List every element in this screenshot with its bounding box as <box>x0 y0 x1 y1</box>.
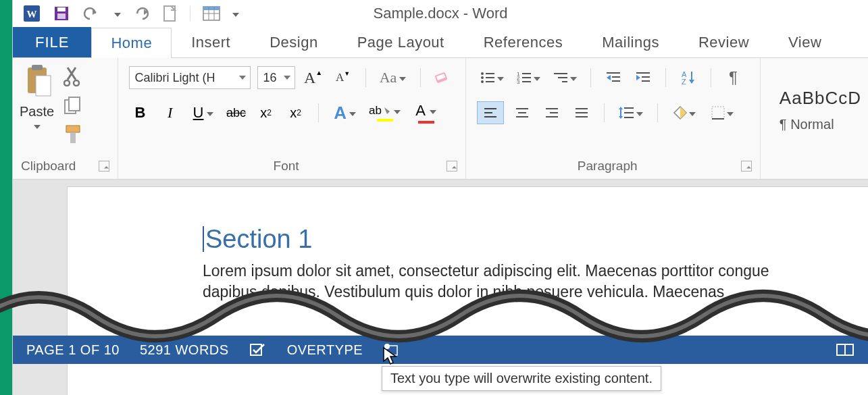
format-painter-icon[interactable] <box>63 124 82 147</box>
grow-font-icon[interactable]: A▲ <box>302 66 325 89</box>
mouse-cursor-icon <box>382 346 397 365</box>
font-name-value: Calibri Light (H <box>135 71 215 85</box>
superscript-button[interactable]: x2 <box>284 101 307 124</box>
undo-dropdown-icon[interactable] <box>114 13 121 17</box>
bullets-icon[interactable] <box>477 66 507 89</box>
svg-rect-21 <box>70 132 76 143</box>
tab-mailings[interactable]: Mailings <box>582 27 679 57</box>
qat-separator <box>190 6 190 21</box>
body-line-2: dapibus dapibus. Vestibulum quis dolor i… <box>203 282 868 302</box>
svg-rect-7 <box>203 7 220 10</box>
table-qat-icon[interactable] <box>203 6 220 21</box>
ribbon: Paste Clipboard Calibri Light (H <box>13 58 868 180</box>
strikethrough-button[interactable]: abc <box>225 101 248 124</box>
ribbon-tabs: FILE Home Insert Design Page Layout Refe… <box>13 27 868 58</box>
svg-rect-3 <box>57 7 66 11</box>
status-word-count[interactable]: 5291 WORDS <box>140 342 229 358</box>
font-color-icon[interactable]: A <box>409 101 443 124</box>
text-effects-icon[interactable]: A <box>330 101 361 124</box>
increase-indent-icon[interactable] <box>632 66 655 89</box>
svg-point-16 <box>64 80 70 86</box>
underline-button[interactable]: U <box>188 101 218 124</box>
table-qat-dropdown-icon[interactable] <box>232 13 239 17</box>
quick-access-toolbar: W Sample.docx - Word <box>13 0 868 27</box>
subscript-button[interactable]: x2 <box>255 101 278 124</box>
word-app-icon: W <box>22 4 41 23</box>
font-name-combo[interactable]: Calibri Light (H <box>129 66 251 89</box>
group-label-font: Font <box>274 159 299 174</box>
svg-rect-64 <box>712 107 724 119</box>
svg-rect-12 <box>32 65 43 70</box>
tab-view[interactable]: View <box>769 27 841 57</box>
group-styles: AaBbCcD ¶ Normal <box>761 58 868 179</box>
align-right-icon[interactable] <box>540 101 563 124</box>
shading-icon[interactable] <box>669 101 700 124</box>
tab-file[interactable]: FILE <box>13 27 91 57</box>
paste-button[interactable]: Paste <box>20 104 54 120</box>
tab-insert[interactable]: Insert <box>172 27 250 57</box>
svg-text:3: 3 <box>517 79 520 84</box>
group-label-clipboard: Clipboard <box>21 159 76 174</box>
svg-point-17 <box>74 80 79 86</box>
overtype-tooltip: Text you type will overwrite existing co… <box>382 366 661 391</box>
tab-review[interactable]: Review <box>679 27 769 57</box>
align-left-icon[interactable] <box>477 101 504 124</box>
font-launcher-icon[interactable] <box>446 161 457 172</box>
paragraph-launcher-icon[interactable] <box>741 161 752 172</box>
heading-text: Section 1 <box>203 225 868 254</box>
change-case-icon[interactable]: Aa <box>377 66 409 89</box>
cut-icon[interactable] <box>63 66 82 89</box>
italic-button[interactable]: I <box>159 101 182 124</box>
svg-text:W: W <box>27 9 37 20</box>
line-spacing-icon[interactable] <box>615 101 646 124</box>
bold-button[interactable]: B <box>129 101 152 124</box>
spellcheck-icon[interactable] <box>249 342 267 357</box>
justify-icon[interactable] <box>570 101 593 124</box>
show-marks-icon[interactable]: ¶ <box>722 66 745 89</box>
svg-rect-20 <box>66 126 80 132</box>
borders-icon[interactable] <box>707 101 738 124</box>
word-window: W Sample.docx - Word FILE Home <box>12 0 868 395</box>
align-center-icon[interactable] <box>511 101 534 124</box>
reading-view-icon[interactable] <box>836 342 854 357</box>
svg-rect-13 <box>36 76 51 96</box>
multilevel-list-icon[interactable] <box>550 66 580 89</box>
style-name[interactable]: ¶ Normal <box>780 117 834 132</box>
font-size-value: 16 <box>263 71 277 85</box>
svg-point-26 <box>481 76 484 79</box>
group-paragraph: 123 AZ ¶ <box>466 58 761 179</box>
tab-home[interactable]: Home <box>91 28 172 58</box>
highlight-color-icon[interactable]: ab <box>367 101 403 124</box>
clipboard-launcher-icon[interactable] <box>99 161 109 172</box>
svg-text:Z: Z <box>682 78 686 85</box>
svg-point-24 <box>481 72 484 75</box>
style-sample[interactable]: AaBbCcD <box>780 88 861 109</box>
svg-rect-4 <box>57 14 66 19</box>
status-overtype[interactable]: OVERTYPE <box>287 342 363 358</box>
body-line-1: Lorem ipsum dolor sit amet, consectetur … <box>203 261 868 282</box>
group-font: Calibri Light (H 16 A▲ A▼ Aa B <box>118 58 466 179</box>
tab-references[interactable]: References <box>464 27 583 57</box>
font-size-combo[interactable]: 16 <box>257 66 295 89</box>
paste-dropdown-icon[interactable] <box>34 125 41 129</box>
svg-rect-19 <box>69 97 80 111</box>
save-icon[interactable] <box>53 5 70 22</box>
new-doc-icon[interactable] <box>163 5 178 22</box>
clear-formatting-icon[interactable] <box>432 66 455 89</box>
status-bar: PAGE 1 OF 10 5291 WORDS OVERTYPE <box>13 336 868 364</box>
tab-page-layout[interactable]: Page Layout <box>338 27 464 57</box>
shrink-font-icon[interactable]: A▼ <box>332 66 355 89</box>
numbering-icon[interactable]: 123 <box>513 66 543 89</box>
paste-icon[interactable] <box>22 63 52 100</box>
tab-design[interactable]: Design <box>250 27 337 57</box>
redo-icon[interactable] <box>133 5 151 22</box>
undo-icon[interactable] <box>82 5 102 22</box>
sort-icon[interactable]: AZ <box>677 66 700 89</box>
group-label-paragraph: Paragraph <box>578 159 638 174</box>
status-page[interactable]: PAGE 1 OF 10 <box>26 342 120 358</box>
svg-marker-71 <box>384 348 396 364</box>
copy-icon[interactable] <box>63 96 82 117</box>
group-clipboard: Paste Clipboard <box>13 58 118 179</box>
decrease-indent-icon[interactable] <box>602 66 625 89</box>
svg-point-28 <box>481 80 484 83</box>
